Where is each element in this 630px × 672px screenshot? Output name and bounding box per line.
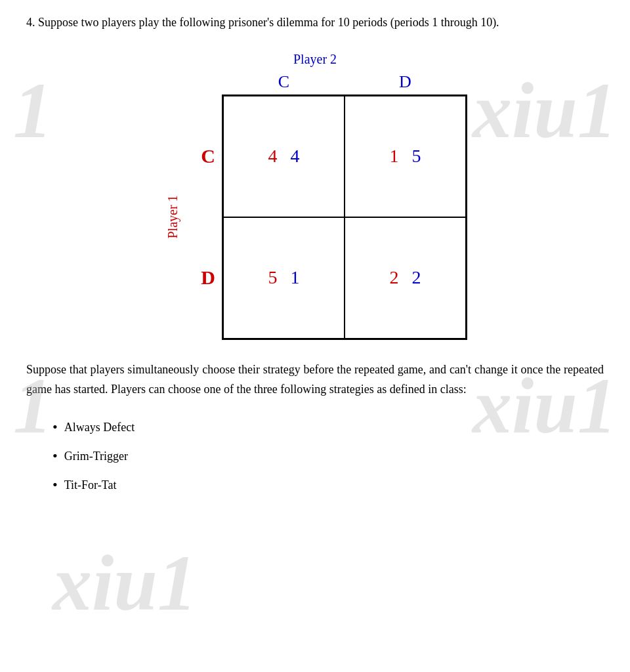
watermark-bl: xiu1 — [52, 538, 197, 629]
cell-cd: 1 5 — [345, 96, 466, 217]
strategy-label-1: Always Defect — [64, 415, 135, 439]
question-number: 4. — [26, 16, 35, 29]
bullet-1: • — [52, 413, 58, 442]
paragraph-text: Suppose that players simultaneously choo… — [26, 360, 604, 400]
strategies-list: • Always Defect • Grim-Trigger • Tit-For… — [52, 413, 604, 499]
bullet-3: • — [52, 471, 58, 499]
cell-dc-red: 5 — [268, 267, 278, 288]
row-label-d: D — [182, 217, 222, 339]
cell-dc-blue: 1 — [291, 267, 300, 288]
player2-label: Player 2 — [293, 52, 337, 67]
matrix-grid: 4 4 1 5 5 1 2 2 — [222, 94, 467, 340]
cell-cd-blue: 5 — [412, 146, 421, 167]
cell-dd-blue: 2 — [412, 267, 421, 288]
strategy-label-2: Grim-Trigger — [64, 444, 128, 468]
col-header-d: D — [345, 72, 466, 92]
strategy-item-3: • Tit-For-Tat — [52, 471, 604, 499]
question-text: Suppose two players play the following p… — [38, 16, 499, 29]
watermark-tl: 1 — [13, 66, 52, 156]
game-matrix-section: Player 2 C D Player 1 C D 4 4 1 — [151, 52, 479, 340]
col-header-c: C — [223, 72, 345, 92]
cell-dc: 5 1 — [223, 217, 345, 339]
strategy-label-3: Tit-For-Tat — [64, 473, 117, 497]
column-headers: C D — [223, 72, 466, 92]
cell-cc-blue: 4 — [291, 146, 300, 167]
cell-cc-red: 4 — [268, 146, 278, 167]
question-header: 4. Suppose two players play the followin… — [26, 13, 604, 32]
strategy-item-2: • Grim-Trigger — [52, 442, 604, 471]
cell-dd-red: 2 — [390, 267, 399, 288]
bullet-2: • — [52, 442, 58, 471]
player1-label-container: Player 1 — [163, 96, 182, 339]
watermark-tr: xiu1 — [472, 66, 617, 156]
cell-cd-red: 1 — [390, 146, 399, 167]
player1-label: Player 1 — [165, 196, 180, 239]
matrix-row-container: Player 1 C D 4 4 1 5 5 — [163, 94, 467, 340]
row-label-c: C — [182, 96, 222, 217]
cell-dd: 2 2 — [345, 217, 466, 339]
strategy-item-1: • Always Defect — [52, 413, 604, 442]
row-labels: C D — [182, 96, 222, 339]
cell-cc: 4 4 — [223, 96, 345, 217]
